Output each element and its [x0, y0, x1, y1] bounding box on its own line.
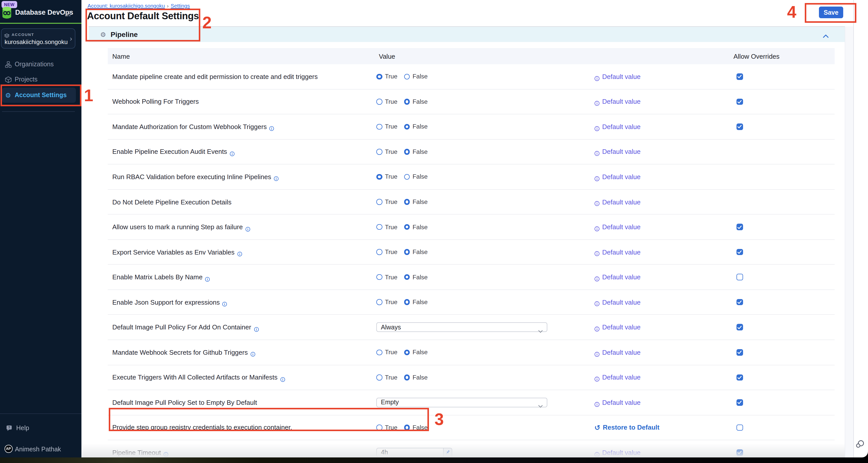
scrollbar-track[interactable] [845, 26, 853, 457]
radio-icon[interactable] [376, 149, 382, 155]
allow-overrides-checkbox[interactable] [737, 224, 743, 230]
chevron-up-icon[interactable] [823, 31, 829, 34]
radio-false[interactable]: False [404, 349, 428, 356]
radio-icon[interactable] [376, 349, 382, 355]
default-value-link[interactable]: Default value [594, 98, 641, 105]
breadcrumb-account-link[interactable]: Account: kurosakiichigo.songoku [88, 3, 165, 9]
default-value-link[interactable]: ↺ Restore to Default [594, 424, 659, 431]
radio-true[interactable]: True [376, 73, 397, 80]
radio-true[interactable]: True [376, 98, 397, 105]
radio-false[interactable]: False [404, 73, 428, 80]
pipeline-section-header[interactable]: ⚙ Pipeline [89, 26, 853, 42]
radio-icon[interactable] [376, 199, 382, 205]
allow-overrides-checkbox[interactable] [737, 324, 743, 331]
radio-false[interactable]: False [404, 123, 428, 130]
info-icon[interactable] [205, 275, 210, 280]
default-value-link[interactable]: Default value [594, 123, 641, 130]
radio-icon[interactable] [376, 249, 382, 255]
radio-icon[interactable] [376, 124, 382, 129]
default-value-link[interactable]: Default value [594, 148, 641, 156]
sidebar-item-account-settings[interactable]: ⚙ Account Settings [0, 89, 82, 102]
radio-icon[interactable] [404, 149, 410, 155]
radio-true[interactable]: True [376, 424, 397, 431]
radio-icon[interactable] [404, 199, 410, 205]
radio-icon[interactable] [376, 99, 382, 104]
sidebar-item-organizations[interactable]: Organizations [0, 58, 82, 71]
allow-overrides-checkbox[interactable] [737, 349, 743, 356]
info-icon[interactable] [230, 149, 235, 154]
default-value-link[interactable]: Default value [594, 399, 641, 406]
radio-icon[interactable] [376, 224, 382, 230]
radio-icon[interactable] [404, 124, 410, 129]
chat-widget-icon[interactable] [855, 440, 864, 449]
radio-icon[interactable] [376, 299, 382, 305]
radio-false[interactable]: False [404, 424, 428, 431]
radio-icon[interactable] [404, 274, 410, 280]
radio-true[interactable]: True [376, 123, 397, 130]
value-select[interactable]: Empty [376, 398, 547, 407]
radio-false[interactable]: False [404, 274, 428, 281]
radio-true[interactable]: True [376, 198, 397, 206]
info-icon[interactable] [250, 350, 255, 355]
allow-overrides-checkbox[interactable] [737, 449, 743, 456]
default-value-link[interactable]: Default value [594, 349, 641, 356]
info-icon[interactable] [237, 249, 242, 254]
radio-true[interactable]: True [376, 148, 397, 155]
info-icon[interactable] [269, 124, 274, 129]
value-select[interactable]: Always [376, 322, 547, 332]
radio-false[interactable]: False [404, 248, 428, 255]
radio-true[interactable]: True [376, 299, 397, 306]
radio-false[interactable]: False [404, 198, 428, 206]
radio-icon[interactable] [404, 73, 410, 80]
radio-false[interactable]: False [404, 374, 428, 381]
default-value-link[interactable]: Default value [594, 248, 641, 256]
radio-icon[interactable] [376, 425, 382, 430]
allow-overrides-checkbox[interactable] [737, 374, 743, 380]
radio-true[interactable]: True [376, 173, 397, 180]
default-value-link[interactable]: Default value [594, 273, 641, 281]
info-icon[interactable] [245, 224, 250, 229]
default-value-link[interactable]: Default value [594, 298, 641, 306]
app-grid-icon[interactable] [65, 10, 71, 16]
allow-overrides-checkbox[interactable] [737, 274, 743, 280]
info-icon[interactable] [254, 325, 259, 330]
radio-false[interactable]: False [404, 173, 428, 180]
radio-icon[interactable] [404, 425, 410, 430]
radio-icon[interactable] [404, 224, 410, 230]
allow-overrides-checkbox[interactable] [737, 249, 743, 255]
radio-icon[interactable] [404, 99, 410, 104]
help-button[interactable]: ? Help [0, 422, 82, 435]
info-icon[interactable] [274, 174, 279, 179]
radio-false[interactable]: False [404, 148, 428, 155]
allow-overrides-checkbox[interactable] [737, 98, 743, 105]
radio-icon[interactable] [404, 174, 410, 180]
radio-icon[interactable] [376, 274, 382, 280]
pin-button[interactable] [444, 448, 452, 457]
default-value-link[interactable]: Default value [594, 374, 641, 381]
default-value-link[interactable]: Default value [594, 198, 641, 206]
radio-false[interactable]: False [404, 223, 428, 230]
radio-true[interactable]: True [376, 374, 397, 381]
allow-overrides-checkbox[interactable] [737, 424, 743, 431]
allow-overrides-checkbox[interactable] [737, 399, 743, 406]
default-value-link[interactable]: Default value [594, 73, 641, 81]
radio-icon[interactable] [404, 349, 410, 355]
breadcrumb-settings-link[interactable]: Settings [171, 3, 190, 9]
radio-icon[interactable] [376, 174, 382, 180]
sidebar-item-projects[interactable]: Projects [0, 73, 82, 86]
timeout-input[interactable]: 4h [376, 448, 444, 457]
info-icon[interactable] [280, 375, 285, 380]
radio-icon[interactable] [404, 374, 410, 380]
allow-overrides-checkbox[interactable] [737, 73, 743, 80]
radio-false[interactable]: False [404, 299, 428, 306]
radio-true[interactable]: True [376, 274, 397, 281]
radio-icon[interactable] [376, 73, 382, 80]
radio-true[interactable]: True [376, 223, 397, 230]
radio-true[interactable]: True [376, 349, 397, 356]
save-button[interactable]: Save [819, 7, 843, 18]
radio-icon[interactable] [404, 299, 410, 305]
radio-false[interactable]: False [404, 98, 428, 105]
allow-overrides-checkbox[interactable] [737, 123, 743, 130]
radio-icon[interactable] [404, 249, 410, 255]
default-value-link[interactable]: Default value [594, 223, 641, 231]
